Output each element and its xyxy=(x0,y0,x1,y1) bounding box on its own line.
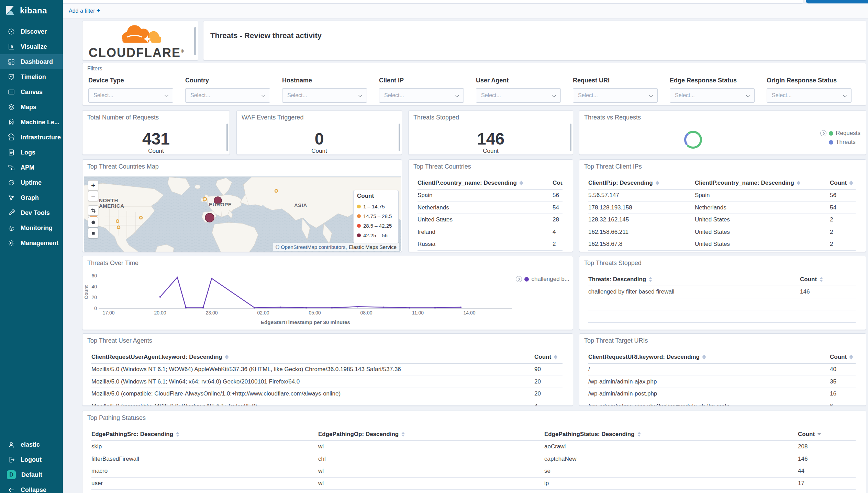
column-header[interactable]: EdgePathingStatus: Descending xyxy=(544,431,798,438)
sidebar-item-machine-le[interactable]: Machine Le... xyxy=(0,115,63,130)
panel-scrollbar[interactable] xyxy=(194,27,196,55)
legend-item-requests[interactable]: Requests xyxy=(820,129,860,138)
sidebar-item-label: Collapse xyxy=(21,486,46,493)
maps-icon xyxy=(8,103,15,111)
donut-chart[interactable] xyxy=(684,131,702,149)
threat-dot-high[interactable] xyxy=(205,213,214,222)
column-header[interactable]: ClientIP.ip: Descending xyxy=(588,180,695,186)
table-cell: 40 xyxy=(830,366,856,373)
svg-text:0: 0 xyxy=(94,306,97,311)
sidebar-item-logs[interactable]: Logs xyxy=(0,145,63,160)
threat-dot-low[interactable] xyxy=(116,220,119,222)
column-header[interactable]: ClientIP.country_name: Descending xyxy=(418,180,553,186)
line-chart-legend[interactable]: challenged b... xyxy=(516,276,569,283)
sidebar-item-visualize[interactable]: Visualize xyxy=(0,39,63,54)
column-header[interactable]: Count xyxy=(534,354,563,360)
sidebar-item-apm[interactable]: APM xyxy=(0,160,63,175)
sidebar-item-logout[interactable]: Logout xyxy=(0,452,63,467)
table-cell: /wp-admin/admin-ajax.php xyxy=(588,378,830,385)
table-cell: 56 xyxy=(553,192,563,199)
filter-select-hostname[interactable]: Select... xyxy=(282,88,367,103)
column-header[interactable]: EdgePathingOp: Descending xyxy=(318,431,544,438)
filter-select-client-ip[interactable]: Select... xyxy=(379,88,464,103)
filters-section-label: Filters xyxy=(87,66,102,72)
square-icon xyxy=(91,231,96,236)
top-pathing-statuses-panel: Top Pathing Statuses EdgePathingSrc: Des… xyxy=(82,411,866,493)
sidebar-item-timelion[interactable]: Timelion xyxy=(0,69,63,84)
sidebar-item-uptime[interactable]: Uptime xyxy=(0,175,63,190)
map-legend-item: 42.25 – 56 xyxy=(357,230,395,240)
threat-dot-low[interactable] xyxy=(140,216,142,219)
sidebar-item-collapse[interactable]: Collapse xyxy=(0,482,63,493)
column-header[interactable]: EdgePathingSrc: Descending xyxy=(91,431,318,438)
panel-scrollbar[interactable] xyxy=(570,124,571,151)
osm-attribution-link[interactable]: © OpenStreetMap contributors, xyxy=(276,244,347,250)
filter-label: Hostname xyxy=(282,77,367,84)
filter-select-request-uri[interactable]: Select... xyxy=(573,88,658,103)
sidebar-item-default[interactable]: DDefault xyxy=(0,467,63,482)
threat-dot-low[interactable] xyxy=(275,190,278,192)
legend-item-threats[interactable]: Threats xyxy=(820,138,860,147)
sort-icon xyxy=(649,277,652,282)
donut-hole xyxy=(686,133,700,147)
column-header[interactable]: Count xyxy=(798,431,856,438)
threat-dot-low[interactable] xyxy=(117,226,120,229)
query-submit-button[interactable] xyxy=(806,0,868,3)
sidebar-item-infrastructure[interactable]: Infrastructure xyxy=(0,130,63,145)
threat-dot-low[interactable] xyxy=(203,197,207,201)
legend-expand-icon[interactable] xyxy=(516,276,522,282)
filter-select-device-type[interactable]: Select... xyxy=(88,88,173,103)
panel-title: WAF Events Triggered xyxy=(242,114,303,121)
map-viewport[interactable]: + − Count 1 – 14.7514.75 – 28.528.5 – 42… xyxy=(84,176,401,252)
column-header[interactable]: ClientRequestUserAgent.keyword: Descendi… xyxy=(91,354,534,360)
column-header[interactable]: ClientIP.country_name: Descending xyxy=(695,180,830,186)
sort-icon xyxy=(656,181,659,185)
column-header[interactable]: Count xyxy=(800,276,856,283)
panel-scrollbar[interactable] xyxy=(399,124,400,151)
map-zoom-out-button[interactable]: − xyxy=(88,191,98,201)
kibana-brand[interactable]: kibana xyxy=(0,0,63,19)
column-header[interactable]: Count xyxy=(830,180,856,186)
filter-select-user-agent[interactable]: Select... xyxy=(476,88,561,103)
table-cell: United States xyxy=(418,216,553,223)
map-legend-item: 28.5 – 42.25 xyxy=(357,221,395,230)
map-crop-tool-button[interactable] xyxy=(88,205,98,216)
sidebar-item-management[interactable]: Management xyxy=(0,236,63,251)
sidebar-item-canvas[interactable]: Canvas xyxy=(0,84,63,100)
table-row: userwlip17 xyxy=(91,478,856,490)
filter-bar: Add a filter + xyxy=(63,4,868,19)
empty-table-row xyxy=(588,310,856,323)
filter-select-origin-response-status[interactable]: Select... xyxy=(767,88,852,103)
filter-select-edge-response-status[interactable]: Select... xyxy=(670,88,755,103)
threats-over-time-panel: Threats Over Time 020406017:0020:0023:00… xyxy=(82,256,573,330)
filter-group-user-agent: User AgentSelect... xyxy=(476,77,561,103)
svg-text:Count: Count xyxy=(84,285,89,299)
column-header[interactable]: Threats: Descending xyxy=(588,276,800,283)
filter-label: Edge Response Status xyxy=(670,77,755,84)
add-filter-link[interactable]: Add a filter + xyxy=(69,7,100,14)
table-row: filterBasedFirewallchlcaptchaNew146 xyxy=(91,453,856,466)
query-bar-edge[interactable] xyxy=(63,0,803,4)
column-header[interactable]: ClientRequestURI.keyword: Descending xyxy=(588,354,830,360)
column-header[interactable]: Count xyxy=(830,354,856,360)
sidebar-item-dev-tools[interactable]: Dev Tools xyxy=(0,205,63,220)
column-header[interactable]: Count xyxy=(553,180,563,186)
sidebar-item-graph[interactable]: Graph xyxy=(0,190,63,205)
chevron-down-icon xyxy=(552,93,556,97)
sidebar-item-discover[interactable]: Discover xyxy=(0,24,63,39)
map-polygon-tool-button[interactable] xyxy=(88,217,98,227)
filter-select-country[interactable]: Select... xyxy=(185,88,270,103)
map-zoom-in-button[interactable]: + xyxy=(88,180,98,191)
panel-scrollbar[interactable] xyxy=(226,124,228,151)
sidebar-item-monitoring[interactable]: Monitoring xyxy=(0,220,63,236)
sidebar-item-dashboard[interactable]: Dashboard xyxy=(0,54,63,69)
table-cell: user xyxy=(91,480,318,487)
chevron-down-icon xyxy=(261,93,266,97)
table-header-row: ClientRequestUserAgent.keyword: Descendi… xyxy=(91,351,563,364)
legend-expand-icon[interactable] xyxy=(820,130,826,136)
sort-icon xyxy=(797,181,800,185)
sidebar-item-maps[interactable]: Maps xyxy=(0,100,63,115)
map-rect-tool-button[interactable] xyxy=(88,228,98,238)
sidebar-item-elastic[interactable]: elastic xyxy=(0,437,63,452)
panel-title: Top Pathing Statuses xyxy=(87,414,146,422)
